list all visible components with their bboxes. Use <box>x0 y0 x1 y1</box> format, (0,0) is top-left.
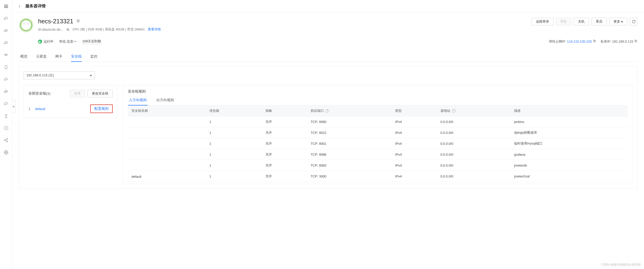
col-header: 协议端口? <box>307 105 392 116</box>
reboot-button[interactable]: 重启 <box>591 18 607 25</box>
private-ip-block: 私有IP: 192.168.0.115 <box>601 39 637 44</box>
cloud-lines-icon[interactable] <box>3 89 9 94</box>
wave-icon[interactable] <box>3 52 9 58</box>
tab-3[interactable]: 安全组 <box>71 52 82 62</box>
svg-line-16 <box>5 139 7 140</box>
svg-point-15 <box>7 141 8 142</box>
tab-2[interactable]: 网卡 <box>55 52 62 62</box>
sort-button: 排序 <box>70 90 85 97</box>
ip-select[interactable]: 192.168.0.115 (主) ▾ <box>24 71 95 79</box>
cell: 0.0.0.0/0 <box>437 138 511 149</box>
globe-icon[interactable] <box>3 150 9 155</box>
col-header: 类型 <box>392 105 437 116</box>
cell: 0.0.0.0/0 <box>437 160 511 171</box>
server-id: ID:d8a2ec9c-8b... <box>38 28 63 31</box>
table-row: 1允许TCP: 8022IPv40.0.0.0/0django的数据库 <box>128 127 628 138</box>
status-dot-icon: ▶ <box>38 40 42 44</box>
shield-icon <box>76 19 80 24</box>
cell: TCP: 8080 <box>307 116 392 127</box>
copy-private-ip-icon[interactable] <box>634 39 637 43</box>
view-details-link[interactable]: 查看详情 <box>148 27 161 32</box>
tab-4[interactable]: 监控 <box>90 52 97 62</box>
chevron-down-icon: ▾ <box>90 74 92 77</box>
ip-icon[interactable]: IP <box>3 125 9 131</box>
cell: 0.0.0.0/0 <box>437 171 511 182</box>
sidebar-collapse-handle[interactable]: ▶ <box>12 100 15 113</box>
cell: 1 <box>206 149 262 160</box>
expiry-label: 159天后到期 <box>82 39 101 44</box>
rules-subtab-1[interactable]: 出方向规则 <box>155 95 175 105</box>
cell: 1 <box>206 138 262 149</box>
sg-name-link[interactable]: default <box>35 107 45 111</box>
sidebar-nav: IP <box>0 0 12 269</box>
svg-point-14 <box>7 138 8 139</box>
cell: grafana <box>511 149 628 160</box>
cell: IPv4 <box>392 138 437 149</box>
cell: IPv4 <box>392 149 437 160</box>
cell: jenkins <box>511 116 628 127</box>
eip-link[interactable]: 114.115.130.103 <box>567 40 592 43</box>
rules-title: 安全组规则 <box>128 89 628 94</box>
cell: default <box>128 171 206 182</box>
device-icon[interactable] <box>3 64 9 70</box>
help-icon[interactable]: ? <box>325 109 329 113</box>
cell: jmeterdb <box>511 160 628 171</box>
rules-table: 安全组名称优先级策略协议端口?类型源地址?描述 1允许TCP: 8080IPv4… <box>128 105 628 182</box>
cloud3-icon[interactable] <box>3 101 9 106</box>
cell: 允许 <box>262 138 307 149</box>
sg-list-title: 全部安全组(1) <box>28 91 50 96</box>
topbar: ‹ 服务器详情 <box>12 0 644 13</box>
config-rules-link[interactable]: 配置规则 <box>90 104 113 113</box>
cell: IPv4 <box>392 171 437 182</box>
tab-0[interactable]: 概览 <box>20 52 27 62</box>
more-button[interactable]: 更多 ▾ <box>609 18 627 25</box>
cell: 允许 <box>262 160 307 171</box>
copy-eip-icon[interactable] <box>593 39 596 43</box>
cloud2-icon[interactable] <box>3 77 9 82</box>
svg-text:IP: IP <box>5 127 7 129</box>
cell: 允许 <box>262 149 307 160</box>
upload-icon[interactable] <box>3 113 9 119</box>
cell: TCP: 3000 <box>307 171 392 182</box>
cell: IPv4 <box>392 127 437 138</box>
cell: 0.0.0.0/0 <box>437 116 511 127</box>
change-sg-button[interactable]: 更改安全组 <box>88 90 113 97</box>
server-spec: CPU 2核 | 内存 4GiB | 系统盘 40GiB | 带宽 2Mbit/… <box>73 27 145 32</box>
col-header: 描述 <box>511 105 628 116</box>
cloud-icon[interactable] <box>3 16 9 21</box>
cell <box>128 127 206 138</box>
rules-subtab-0[interactable]: 入方向规则 <box>128 95 148 105</box>
cell: TCP: 8083 <box>307 160 392 171</box>
col-header: 优先级 <box>206 105 262 116</box>
cell: 1 <box>206 127 262 138</box>
col-header: 策略 <box>262 105 307 116</box>
cell: TCP: 8022 <box>307 127 392 138</box>
cell <box>128 149 206 160</box>
remote-login-button[interactable]: 远程登录 <box>532 18 553 25</box>
private-ip: 192.168.0.115 <box>612 40 633 43</box>
refresh-button[interactable] <box>630 18 637 25</box>
cell: django的数据库 <box>511 127 628 138</box>
cell: 1 <box>206 171 262 182</box>
back-button[interactable]: ‹ <box>16 3 23 10</box>
share-icon[interactable] <box>3 137 9 143</box>
help-icon[interactable]: ? <box>452 109 456 113</box>
table-row: 1允许TCP: 8080IPv40.0.0.0/0jenkins <box>128 116 628 127</box>
tab-1[interactable]: 云硬盘 <box>36 52 47 62</box>
cell <box>128 116 206 127</box>
page-title: 服务器详情 <box>25 4 46 9</box>
cell: jmeterGraf <box>511 171 628 182</box>
table-row: default1允许TCP: 3000IPv40.0.0.0/0jmeterGr… <box>128 171 628 182</box>
menu-icon[interactable] <box>3 4 9 9</box>
col-header: 源地址? <box>437 105 511 116</box>
detail-tabs: 概览云硬盘网卡安全组监控 <box>19 52 637 62</box>
cell: 允许 <box>262 171 307 182</box>
power-off-button[interactable]: 关机 <box>574 18 589 25</box>
cloud-line-icon[interactable] <box>3 40 9 46</box>
region-label: 华北-北京一 <box>59 39 77 44</box>
cell: IPv4 <box>392 116 437 127</box>
power-on-button: 开机 <box>556 18 571 25</box>
watermark: CSDN @敲代码敲到头发茂密 <box>601 263 641 267</box>
copy-id-icon[interactable] <box>66 28 70 31</box>
cloud-dot-icon[interactable] <box>3 28 9 33</box>
